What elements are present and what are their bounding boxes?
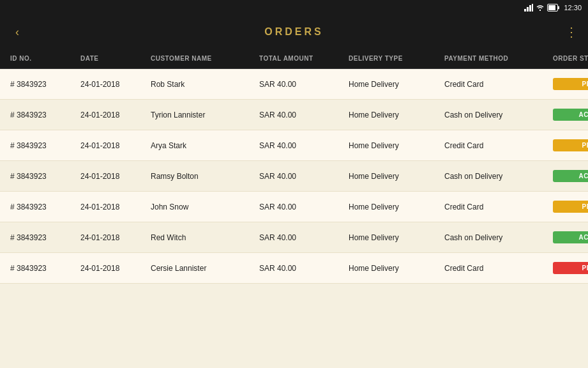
cell-id: # 3843923 [10, 80, 80, 89]
cell-customer: Ramsy Bolton [151, 172, 259, 181]
svg-rect-5 [558, 6, 559, 10]
cell-delivery: Home Delivery [349, 141, 444, 150]
status-badge: PENDING [553, 262, 588, 274]
cell-customer: Cersie Lannister [151, 264, 259, 273]
status-badge: PENDING [553, 78, 588, 90]
cell-delivery: Home Delivery [349, 203, 444, 211]
col-amount: TOTAL AMOUNT [259, 55, 349, 62]
table-header: ID NO. DATE CUSTOMER NAME TOTAL AMOUNT D… [0, 49, 588, 69]
cell-customer: Tyrion Lannister [151, 111, 259, 119]
col-status: ORDER STATUS [553, 55, 588, 62]
cell-id: # 3843923 [10, 172, 80, 181]
svg-rect-1 [527, 7, 529, 12]
col-customer: CUSTOMER NAME [151, 55, 259, 62]
cell-payment: Credit Card [444, 264, 553, 273]
cell-date: 24-01-2018 [80, 264, 151, 273]
status-badge: ACCEPTED [553, 109, 588, 121]
table-body: # 3843923 24-01-2018 Rob Stark SAR 40.00… [0, 69, 588, 363]
svg-rect-0 [524, 9, 526, 12]
col-delivery: DELIVERY TYPE [349, 55, 444, 62]
table-row[interactable]: # 3843923 24-01-2018 Cersie Lannister SA… [0, 253, 588, 284]
cell-date: 24-01-2018 [80, 141, 151, 150]
cell-amount: SAR 40.00 [259, 233, 349, 242]
cell-date: 24-01-2018 [80, 80, 151, 89]
status-badge: PENDING [553, 201, 588, 213]
back-button[interactable]: ‹ [10, 23, 24, 42]
more-button[interactable]: ⋮ [565, 26, 578, 38]
cell-id: # 3843923 [10, 141, 80, 150]
cell-amount: SAR 40.00 [259, 172, 349, 181]
svg-rect-6 [548, 5, 555, 10]
cell-date: 24-01-2018 [80, 233, 151, 242]
cell-delivery: Home Delivery [349, 264, 444, 273]
table-row[interactable]: # 3843923 24-01-2018 Red Witch SAR 40.00… [0, 222, 588, 253]
battery-icon [547, 4, 560, 12]
cell-delivery: Home Delivery [349, 80, 444, 89]
table-row[interactable]: # 3843923 24-01-2018 Ramsy Bolton SAR 40… [0, 161, 588, 192]
cell-id: # 3843923 [10, 111, 80, 119]
cell-payment: Credit Card [444, 80, 553, 89]
cell-delivery: Home Delivery [349, 233, 444, 242]
table-row[interactable]: # 3843923 24-01-2018 John Snow SAR 40.00… [0, 192, 588, 222]
page-title: ORDERS [264, 26, 323, 38]
svg-rect-3 [532, 4, 533, 12]
cell-delivery: Home Delivery [349, 172, 444, 181]
cell-amount: SAR 40.00 [259, 111, 349, 119]
cell-customer: Arya Stark [151, 141, 259, 150]
cell-amount: SAR 40.00 [259, 141, 349, 150]
cell-payment: Credit Card [444, 141, 553, 150]
cell-date: 24-01-2018 [80, 172, 151, 181]
table-row[interactable]: # 3843923 24-01-2018 Arya Stark SAR 40.0… [0, 130, 588, 161]
col-payment: PAYMENT METHOD [444, 55, 553, 62]
table-row[interactable]: # 3843923 24-01-2018 Rob Stark SAR 40.00… [0, 69, 588, 100]
cell-amount: SAR 40.00 [259, 203, 349, 211]
cell-id: # 3843923 [10, 203, 80, 211]
cell-date: 24-01-2018 [80, 203, 151, 211]
cell-customer: Red Witch [151, 233, 259, 242]
wifi-icon [536, 4, 545, 12]
cell-payment: Cash on Delivery [444, 111, 553, 119]
table-row[interactable]: # 3843923 24-01-2018 Tyrion Lannister SA… [0, 100, 588, 130]
status-time: 12:30 [564, 4, 582, 12]
status-badge: ACCEPTED [553, 170, 588, 182]
cell-customer: Rob Stark [151, 80, 259, 89]
cell-delivery: Home Delivery [349, 111, 444, 119]
cell-date: 24-01-2018 [80, 111, 151, 119]
app-header: ‹ ORDERS ⋮ [0, 15, 588, 49]
cell-id: # 3843923 [10, 233, 80, 242]
svg-rect-2 [529, 5, 531, 12]
status-bar: 12:30 [0, 0, 588, 15]
cell-amount: SAR 40.00 [259, 264, 349, 273]
status-icons [524, 4, 560, 12]
col-id: ID NO. [10, 55, 80, 62]
signal-icon [524, 4, 533, 12]
cell-id: # 3843923 [10, 264, 80, 273]
status-badge: ACCEPTED [553, 231, 588, 243]
cell-customer: John Snow [151, 203, 259, 211]
cell-payment: Credit Card [444, 203, 553, 211]
status-badge: PENDING [553, 139, 588, 151]
cell-amount: SAR 40.00 [259, 80, 349, 89]
cell-payment: Cash on Delivery [444, 172, 553, 181]
cell-payment: Cash on Delivery [444, 233, 553, 242]
col-date: DATE [80, 55, 151, 62]
